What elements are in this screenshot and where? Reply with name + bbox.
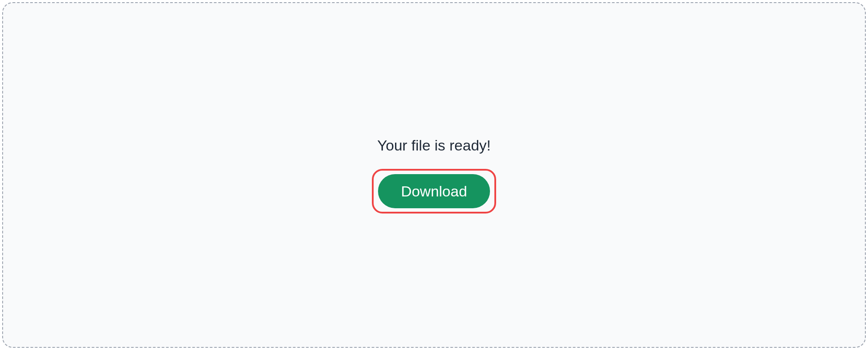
status-message: Your file is ready!: [377, 137, 491, 154]
main-panel: Your file is ready! Download: [2, 2, 866, 348]
download-button[interactable]: Download: [378, 174, 490, 208]
download-highlight: Download: [372, 169, 496, 214]
